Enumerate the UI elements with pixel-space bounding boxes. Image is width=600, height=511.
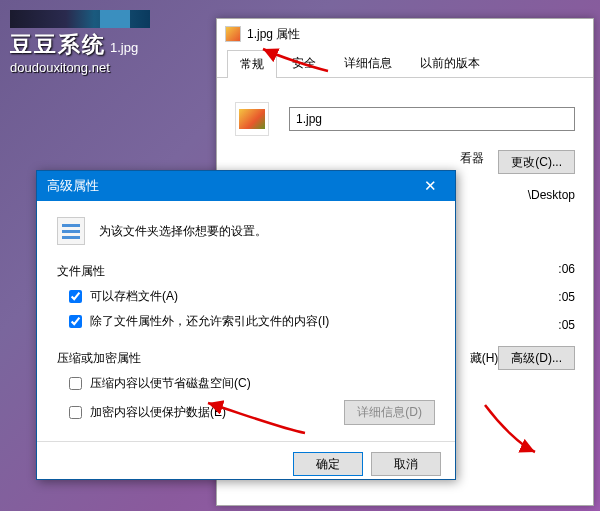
advanced-body: 为该文件夹选择你想要的设置。 文件属性 可以存档文件(A) 除了文件属性外，还允… [37,201,455,441]
tab-details[interactable]: 详细信息 [331,49,405,77]
tab-previous[interactable]: 以前的版本 [407,49,493,77]
detail-info-button: 详细信息(D) [344,400,435,425]
tab-security[interactable]: 安全 [279,49,329,77]
advanced-title-text: 高级属性 [47,177,99,195]
cancel-button[interactable]: 取消 [371,452,441,476]
tab-strip: 常规 安全 详细信息 以前的版本 [217,49,593,78]
file-large-icon [235,102,269,136]
checkbox-archive[interactable] [69,290,82,303]
section-file-attrs: 文件属性 [57,263,435,280]
checkbox-encrypt[interactable] [69,406,82,419]
watermark: 豆豆系统1.jpg doudouxitong.net [10,10,150,75]
close-icon[interactable]: ✕ [415,177,445,195]
filename-input[interactable] [289,107,575,131]
advanced-intro-text: 为该文件夹选择你想要的设置。 [99,223,267,240]
checkbox-compress-label: 压缩内容以便节省磁盘空间(C) [90,375,251,392]
advanced-dialog: 高级属性 ✕ 为该文件夹选择你想要的设置。 文件属性 可以存档文件(A) 除了文… [36,170,456,480]
change-button[interactable]: 更改(C)... [498,150,575,174]
properties-titlebar[interactable]: 1.jpg 属性 [217,19,593,49]
section-compress: 压缩或加密属性 [57,350,435,367]
checkbox-encrypt-label: 加密内容以便保护数据(E) [90,404,226,421]
file-type-icon [225,26,241,42]
checkbox-encrypt-row[interactable]: 加密内容以便保护数据(E) [69,404,226,421]
properties-title-text: 1.jpg 属性 [247,26,300,43]
checkbox-archive-label: 可以存档文件(A) [90,288,178,305]
checkbox-compress-row[interactable]: 压缩内容以便节省磁盘空间(C) [69,375,435,392]
list-icon [57,217,85,245]
checkbox-archive-row[interactable]: 可以存档文件(A) [69,288,435,305]
checkbox-compress[interactable] [69,377,82,390]
watermark-file: 1.jpg [110,40,138,55]
ok-button[interactable]: 确定 [293,452,363,476]
advanced-button[interactable]: 高级(D)... [498,346,575,370]
thumbnail-bar [10,10,150,28]
watermark-url: doudouxitong.net [10,60,150,75]
advanced-footer: 确定 取消 [37,441,455,486]
tab-general[interactable]: 常规 [227,50,277,78]
advanced-titlebar[interactable]: 高级属性 ✕ [37,171,455,201]
checkbox-index-label: 除了文件属性外，还允许索引此文件的内容(I) [90,313,329,330]
checkbox-index[interactable] [69,315,82,328]
watermark-cn: 豆豆系统 [10,32,106,57]
checkbox-index-row[interactable]: 除了文件属性外，还允许索引此文件的内容(I) [69,313,435,330]
